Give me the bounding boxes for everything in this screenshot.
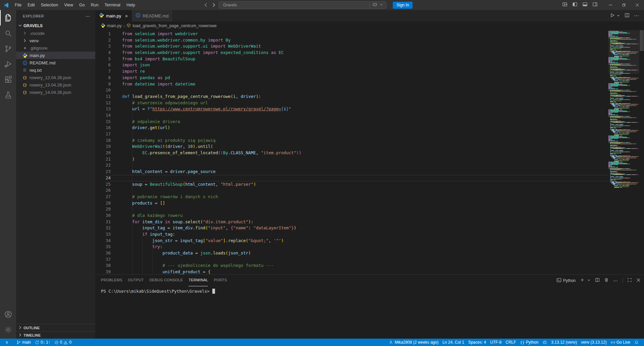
code-line-13[interactable]: url = f"https://www.centrumrowerowe.pl/r… — [122, 106, 608, 112]
restore-icon[interactable] — [617, 0, 631, 10]
code-line-20[interactable]: EC.presence_of_element_located((By.CLASS… — [122, 150, 608, 156]
language-mode-status[interactable]: {} Python — [518, 339, 541, 346]
search-input[interactable]: Gravels — [219, 1, 386, 9]
toggle-secondary-sidebar-icon[interactable] — [592, 2, 598, 8]
code-line-25[interactable]: soup = BeautifulSoup(html_content, "html… — [122, 181, 608, 188]
menu-terminal[interactable]: Terminal — [102, 0, 123, 10]
panel-tab-ports[interactable]: PORTS — [214, 275, 227, 286]
code-line-24[interactable] — [122, 175, 608, 181]
code-line-38[interactable]: # --- ujednolicenie do wspólnego formatu… — [122, 263, 608, 269]
breadcrumb-file[interactable]: main.py — [107, 23, 122, 28]
file-venv[interactable]: venv — [16, 37, 95, 44]
git-branch-status[interactable]: main — [14, 339, 33, 346]
chevron-down-icon[interactable] — [379, 3, 383, 8]
code-editor[interactable]: 1234567891011121314151617181920212223242… — [95, 30, 608, 274]
run-dropdown-chevron-icon[interactable] — [616, 13, 620, 19]
close-window-icon[interactable] — [631, 0, 644, 10]
venv-status[interactable]: venv (3.13.12) — [579, 339, 609, 346]
file-rowery_13.04.26.json[interactable]: {}rowery_13.04.26.json — [16, 81, 95, 89]
run-debug-icon[interactable] — [0, 56, 16, 72]
account-icon[interactable] — [0, 306, 16, 322]
code-line-21[interactable]: ) — [122, 156, 608, 163]
back-icon[interactable] — [203, 2, 209, 8]
explorer-more-actions-icon[interactable]: ⋯ — [86, 13, 91, 19]
go-live-status[interactable]: Go Live — [609, 339, 632, 346]
toggle-panel-icon[interactable] — [582, 2, 588, 8]
code-line-23[interactable]: html_content = driver.page_source — [122, 169, 608, 175]
code-line-17[interactable] — [122, 131, 608, 137]
file-rowery_12.04.26.json[interactable]: {}rowery_12.04.26.json — [16, 74, 95, 81]
git-sync-status[interactable]: 0↓ 1↑ — [33, 339, 52, 346]
file-rowery_14.04.26.json[interactable]: {}rowery_14.04.26.json — [16, 89, 95, 96]
code-line-39[interactable]: unified_product = { — [122, 269, 608, 274]
new-terminal-icon[interactable] — [580, 278, 585, 283]
git-blame-status[interactable]: Mika2808 (2 weeks ago) — [387, 339, 440, 346]
terminal[interactable]: PS C:\Users\mikab\SideQuest\Python\Grave… — [95, 286, 644, 339]
copilot-icon[interactable] — [372, 2, 377, 8]
code-line-8[interactable]: import pandas as pd — [122, 75, 608, 81]
outline-section[interactable]: OUTLINE — [16, 324, 95, 331]
file-.gitignore[interactable]: .gitignore — [16, 44, 95, 52]
extension-status[interactable] — [540, 339, 549, 346]
minimize-icon[interactable] — [604, 0, 617, 10]
file-.vscode[interactable]: .vscode — [16, 30, 95, 37]
run-python-file-icon[interactable] — [610, 13, 615, 19]
code-line-31[interactable]: for item_div in soup.select("div.item.pr… — [122, 219, 608, 225]
code-line-26[interactable] — [122, 187, 608, 194]
menu-view[interactable]: View — [61, 0, 76, 10]
file-README.md[interactable]: README.md — [16, 59, 95, 66]
code-line-30[interactable]: # dla każdego roweru — [122, 213, 608, 219]
scrollbar-thumb[interactable] — [640, 30, 644, 51]
code-line-15[interactable]: # odpalenie drivera — [122, 119, 608, 125]
forward-icon[interactable] — [211, 2, 216, 8]
minimap[interactable] — [608, 30, 639, 274]
settings-icon[interactable] — [0, 322, 16, 337]
panel-more-actions-icon[interactable]: ⋯ — [613, 278, 618, 283]
menu-file[interactable]: File — [12, 0, 24, 10]
tab-main.py[interactable]: main.py× — [95, 10, 132, 21]
code-line-3[interactable]: from selenium.webdriver.support.ui impor… — [122, 43, 608, 50]
editor-scrollbar[interactable] — [639, 30, 644, 274]
extensions-icon[interactable] — [0, 72, 16, 87]
menu-go[interactable]: Go — [76, 0, 88, 10]
code-line-34[interactable]: json_str = input_tag["value"].replace("&… — [122, 238, 608, 244]
sign-in-button[interactable]: Sign In — [393, 2, 413, 9]
source-control-icon[interactable] — [0, 41, 16, 56]
split-editor-icon[interactable] — [625, 13, 630, 19]
terminal-profile[interactable]: Python — [556, 278, 576, 284]
testing-icon[interactable] — [0, 87, 16, 103]
kill-terminal-icon[interactable] — [604, 278, 609, 283]
code-line-22[interactable] — [122, 162, 608, 169]
eol-status[interactable]: CRLF — [503, 339, 518, 346]
terminal-dropdown-chevron-icon[interactable] — [587, 278, 591, 283]
code-line-2[interactable]: from selenium.webdriver.common.by import… — [122, 37, 608, 44]
search-icon[interactable] — [0, 25, 16, 41]
problems-status[interactable]: 0 0 — [52, 339, 73, 346]
encoding-status[interactable]: UTF-8 — [488, 339, 503, 346]
code-line-36[interactable]: product_data = json.loads(json_str) — [122, 250, 608, 256]
code-line-6[interactable]: import json — [122, 62, 608, 68]
menu-help[interactable]: Help — [123, 0, 138, 10]
code-line-14[interactable] — [122, 112, 608, 119]
explorer-icon[interactable] — [0, 10, 16, 25]
menu-edit[interactable]: Edit — [24, 0, 38, 10]
maximize-panel-icon[interactable] — [627, 278, 632, 283]
close-tab-icon[interactable]: × — [125, 13, 128, 19]
python-interpreter-status[interactable]: 3.13.12 (venv) — [549, 339, 579, 346]
code-line-35[interactable]: try: — [122, 244, 608, 250]
editor-more-actions-icon[interactable]: ⋯ — [634, 13, 639, 19]
panel-tab-output[interactable]: OUTPUT — [128, 275, 144, 286]
indentation-status[interactable]: Spaces: 4 — [466, 339, 488, 346]
code-line-18[interactable]: # czekamy aż produkty się pojawią — [122, 137, 608, 144]
code-line-9[interactable]: from datetime import datetime — [122, 81, 608, 88]
code-line-4[interactable]: from selenium.webdriver.support import e… — [122, 50, 608, 56]
toggle-sidebar-icon[interactable] — [572, 2, 578, 8]
remote-indicator[interactable] — [3, 339, 11, 346]
code-line-16[interactable]: driver.get(url) — [122, 125, 608, 131]
panel-tab-debug-console[interactable]: DEBUG CONSOLE — [150, 275, 183, 286]
code-line-12[interactable]: # stworzenie odpowiedniego url — [122, 100, 608, 106]
menu-run[interactable]: Run — [88, 0, 102, 10]
close-panel-icon[interactable] — [636, 278, 641, 283]
code-line-28[interactable]: products = [] — [122, 200, 608, 207]
code-line-32[interactable]: input_tag = item_div.find("input", {"nam… — [122, 225, 608, 231]
